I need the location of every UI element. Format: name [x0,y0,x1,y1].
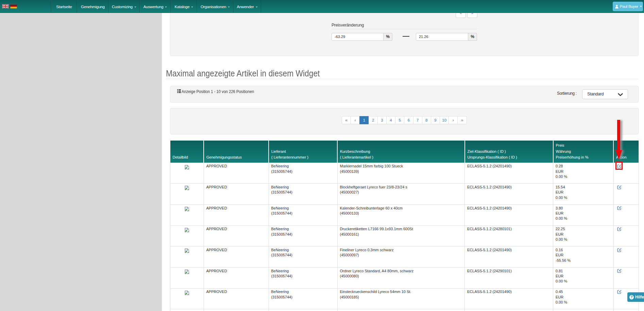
svg-text:?: ? [630,295,633,299]
